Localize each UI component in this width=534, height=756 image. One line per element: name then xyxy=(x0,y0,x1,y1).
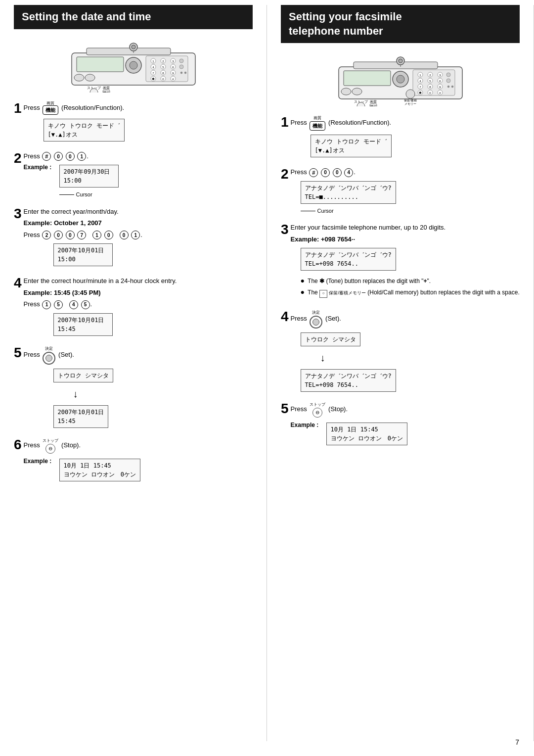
step-content: Press # 0 0 1. Example : 2007年09月30日15:0… xyxy=(24,151,253,199)
step-number: 6 xyxy=(14,438,22,452)
lcd-display-before: トウロク シマシタ xyxy=(301,332,360,346)
left-column: Setting the date and time xyxy=(0,5,267,741)
step-number: 2 xyxy=(14,151,22,165)
step-bold: Example: October 1, 2007 xyxy=(24,219,102,227)
step-text: Press xyxy=(291,119,309,126)
step-text: Press xyxy=(24,351,42,358)
step-6-left: 6 Press ストップ ⊖ (Stop). Example : 10月 1日 … xyxy=(14,438,253,483)
step-content: Enter your facsimile telephone number, u… xyxy=(291,223,520,302)
step-after: (Resolution/Function). xyxy=(328,119,391,126)
lcd-display: アナタノデ゛ンワバ゛ンゴ゛ウ?TEL=+098 7654.. xyxy=(301,248,396,271)
step-text: Enter the correct year/month/day. xyxy=(24,207,253,217)
lcd-display: 2007年09月30日15:00 xyxy=(59,165,119,188)
step-2-left: 2 Press # 0 0 1. Example : 2007年09月30日15… xyxy=(14,151,253,199)
step-1-left: 1 Press 画質 機能 (Resolution/Function). キノウ… xyxy=(14,101,253,143)
arrow-down: ↓ xyxy=(73,386,253,401)
step-number: 4 xyxy=(281,310,289,324)
step-number: 1 xyxy=(281,115,289,129)
svg-point-33 xyxy=(179,59,183,63)
step-5-right: 5 Press ストップ ⊖ (Stop). Example : 10月 1日 … xyxy=(281,402,520,447)
lcd-display: キノウ トウロク モード゛[▼.▲]オス xyxy=(44,119,125,142)
bullet-section: ● The ✱ (Tone) button replaces the digit… xyxy=(301,277,520,298)
svg-point-37 xyxy=(74,74,84,81)
lcd-display: 2007年10月01日15:00 xyxy=(53,243,113,266)
step-3-right: 3 Enter your facsimile telephone number,… xyxy=(281,223,520,302)
svg-text:✱: ✱ xyxy=(419,91,422,94)
step-number: 3 xyxy=(281,223,289,236)
step-content: Press 決定 (Set). トウロク シマシタ ↓ アナタノデ゛ンワバ゛ンゴ… xyxy=(291,310,520,394)
svg-point-82 xyxy=(352,88,362,95)
step-content: Press 画質 機能 (Resolution/Function). キノウ ト… xyxy=(291,115,520,159)
step-after: (Set). xyxy=(58,351,74,358)
lcd-display: 10月 1日 15:45ヨウケン ロウオン 0ケン xyxy=(59,459,140,481)
svg-point-81 xyxy=(341,88,351,95)
bullet-text: The ○ 保留/蓄積メモリー (Hold/Call memory) butto… xyxy=(308,288,520,297)
step-content: Enter the correct hour/minute in a 24-ho… xyxy=(24,276,253,338)
svg-point-83 xyxy=(406,90,415,98)
lcd-display-before: トウロク シマシタ xyxy=(53,369,113,382)
svg-point-36 xyxy=(184,72,186,74)
svg-rect-1 xyxy=(87,48,171,55)
step-after: (Resolution/Function). xyxy=(61,104,124,111)
step-3-left: 3 Enter the correct year/month/day. Exam… xyxy=(14,207,253,269)
svg-rect-45 xyxy=(354,62,438,69)
fax-diagram-right: 1 2 3 4 5 6 7 8 9 ✱ 0 # ストップ xyxy=(281,52,520,106)
svg-text:保留/蓄積: 保留/蓄積 xyxy=(404,99,417,102)
step-text: Press xyxy=(291,315,309,322)
step-2-right: 2 Press # 0 0 4. アナタノデ゛ンワバ゛ンゴ゛ウ?TEL=■...… xyxy=(281,167,520,215)
function-button: 画質 機能 xyxy=(43,101,58,115)
step-number: 4 xyxy=(14,276,22,290)
right-column: Setting your facsimiletelephone number 1… xyxy=(267,5,534,741)
svg-point-50 xyxy=(399,59,402,63)
lcd-display: 10月 1日 15:45ヨウケン ロウオン 0ケン xyxy=(326,423,407,445)
svg-rect-2 xyxy=(77,57,124,72)
example-label: Example : xyxy=(24,457,59,466)
step-after: (Stop). xyxy=(61,441,81,449)
step-number: 2 xyxy=(281,167,289,181)
step-text: Press xyxy=(291,405,309,413)
lcd-display-after: アナタノデ゛ンワバ゛ンゴ゛ウ?TEL=+098 7654.. xyxy=(301,369,396,392)
svg-text:画質: 画質 xyxy=(103,86,110,90)
step-after: (Stop). xyxy=(328,405,348,413)
svg-point-78 xyxy=(446,79,450,83)
svg-point-34 xyxy=(179,65,183,69)
step-content: Press ストップ ⊖ (Stop). Example : 10月 1日 15… xyxy=(291,402,520,447)
set-button: 決定 xyxy=(310,310,322,329)
svg-rect-46 xyxy=(344,71,391,86)
step-text: Press xyxy=(24,104,42,111)
lcd-display: 2007年10月01日15:45 xyxy=(53,313,113,336)
cursor-label: Cursor xyxy=(76,190,92,199)
page-number: 7 xyxy=(515,738,519,746)
step-5-left: 5 Press 決定 (Set). トウロク シマシタ ↓ 2007年10月0 xyxy=(14,346,253,430)
svg-point-4 xyxy=(130,61,137,69)
function-button: 画質 機能 xyxy=(310,115,325,131)
svg-text:画質: 画質 xyxy=(370,100,377,104)
step-content: Press # 0 0 4. アナタノデ゛ンワバ゛ンゴ゛ウ?TEL=■.....… xyxy=(291,167,520,215)
svg-point-48 xyxy=(397,75,404,83)
step-content: Press ストップ ⊖ (Stop). Example : 10月 1日 15… xyxy=(24,438,253,483)
step-number: 5 xyxy=(281,402,289,416)
step-text: Enter the correct hour/minute in a 24-ho… xyxy=(24,276,253,286)
cursor-label: Cursor xyxy=(317,207,334,215)
arrow-down: ↓ xyxy=(320,350,520,365)
step-number: 3 xyxy=(14,207,22,221)
svg-text:機能: 機能 xyxy=(103,91,110,93)
svg-point-80 xyxy=(451,86,453,88)
lcd-display: キノウ トウロク モード゛[▼.▲]オス xyxy=(311,135,392,157)
svg-point-38 xyxy=(85,74,95,81)
stop-button: ストップ ⊖ xyxy=(310,402,325,418)
step-content: Press 決定 (Set). トウロク シマシタ ↓ 2007年10月01日1… xyxy=(24,346,253,430)
left-header: Setting the date and time xyxy=(14,5,253,29)
example-label: Example : xyxy=(291,421,326,429)
example-label: Example : xyxy=(24,163,59,172)
lcd-display-after: 2007年10月01日15:45 xyxy=(53,405,109,428)
bullet-text: The ✱ (Tone) button replaces the digit w… xyxy=(308,277,431,286)
svg-point-77 xyxy=(446,73,450,77)
step-text: Enter your facsimile telephone number, u… xyxy=(291,223,520,233)
svg-text:✱: ✱ xyxy=(152,77,155,81)
step-after: (Set). xyxy=(325,315,341,322)
right-header: Setting your facsimiletelephone number xyxy=(281,5,520,43)
svg-point-79 xyxy=(447,86,449,88)
step-1-right: 1 Press 画質 機能 (Resolution/Function). キノウ… xyxy=(281,115,520,159)
step-content: Enter the correct year/month/day. Exampl… xyxy=(24,207,253,269)
